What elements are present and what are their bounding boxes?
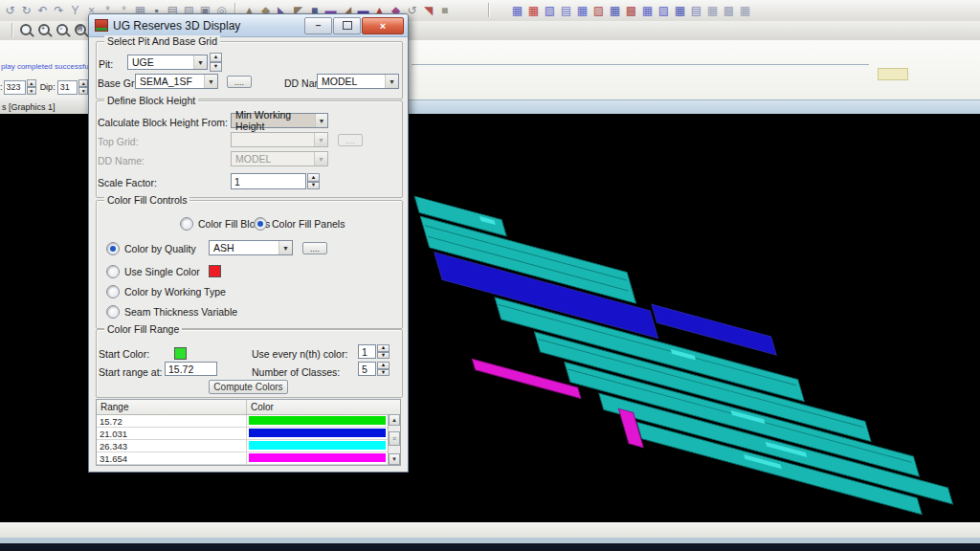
nth-color-spinner[interactable]: ▲▼ (377, 344, 390, 359)
start-color-swatch[interactable] (174, 347, 187, 360)
range-cell: 26.343 (97, 440, 247, 452)
radio-circle[interactable] (106, 285, 120, 298)
close-button[interactable]: × (362, 17, 404, 34)
rotate-cw-icon[interactable]: ↻ (18, 3, 34, 18)
branch-tool-icon[interactable]: Y (67, 3, 83, 18)
ug-reserves-dialog: UG Reserves 3D Display – × Select Pit An… (88, 13, 409, 473)
calc-height-combo[interactable]: Min Working Height▼ (231, 113, 328, 128)
radio-color-by-quality[interactable]: Color by Quality (106, 242, 196, 255)
chevron-down-icon[interactable]: ▼ (315, 114, 327, 127)
grid-3d-icon[interactable]: ▦ (509, 3, 525, 18)
grid-red-corner-icon[interactable]: ▩ (623, 3, 639, 18)
orbit-right-icon[interactable]: ↷ (51, 3, 67, 18)
scale-factor-input[interactable]: 1 (231, 173, 306, 189)
dialog-title: UG Reserves 3D Display (113, 19, 240, 33)
dd-name-combo[interactable]: MODEL▼ (317, 74, 399, 89)
number-of-classes-input[interactable]: 5 (358, 362, 376, 376)
grid-blue-solid-icon[interactable]: ▦ (607, 3, 623, 18)
minimize-button[interactable]: – (304, 17, 332, 34)
dip-input[interactable]: 31 (57, 80, 78, 95)
radio-seam-thickness-variable[interactable]: Seam Thickness Variable (106, 305, 237, 319)
zoom-window-icon[interactable]: ▫ (54, 23, 71, 38)
scroll-up-icon[interactable]: ▲ (389, 414, 400, 426)
table-row[interactable]: 31.654 (97, 452, 400, 465)
grid-edit-pencil-icon[interactable]: ▧ (542, 3, 558, 18)
radio-circle[interactable] (106, 242, 120, 255)
single-color-swatch[interactable] (209, 265, 221, 277)
grid-red-fill-icon[interactable]: ▦ (525, 3, 542, 18)
calc-height-label: Calculate Block Height From: (98, 117, 228, 128)
command-line-divider (412, 64, 869, 65)
base-grid-browse-button[interactable]: .... (227, 76, 252, 88)
rotation-label: : (0, 82, 3, 92)
table-row[interactable]: 36.965 (97, 465, 400, 466)
number-of-classes-spinner[interactable]: ▲▼ (377, 362, 390, 376)
compute-colors-button[interactable]: Compute Colors (209, 380, 288, 394)
radio-label: Seam Thickness Variable (124, 306, 237, 318)
range-cell: 21.031 (97, 428, 247, 439)
dd-name-2-combo: MODEL▼ (231, 151, 328, 166)
table-header: Range Color (97, 400, 400, 415)
radio-circle[interactable] (254, 217, 267, 231)
rotation-input[interactable]: 323 (4, 80, 26, 95)
grid-tools-group: ▦▦▧▤▦▨▦▩▦▨▦▤▦▩▦ (509, 1, 753, 20)
table-row[interactable]: 15.72 (97, 415, 400, 428)
grid-move-icon[interactable]: ▦ (672, 3, 688, 18)
command-highlight-button[interactable] (878, 68, 908, 80)
grid-flatten-icon[interactable]: ▤ (688, 3, 704, 18)
marker-red-icon[interactable]: ◥ (420, 3, 436, 18)
pit-spinner[interactable]: ▲▼ (210, 53, 222, 72)
grid-cross-icon[interactable]: ▨ (656, 3, 672, 18)
grid-mark-red-icon[interactable]: ▨ (590, 3, 607, 18)
radio-circle[interactable] (106, 305, 120, 319)
status-bar (0, 522, 980, 539)
zoom-in-icon[interactable]: + (35, 23, 53, 38)
bucket-icon[interactable]: ■ (436, 3, 453, 18)
color-bar (249, 416, 386, 425)
rotation-spinner[interactable]: ▲▼ (27, 79, 36, 95)
maximize-button[interactable] (333, 17, 361, 34)
grid-rotate-icon[interactable]: ▦ (574, 3, 590, 18)
radio-use-single-color[interactable]: Use Single Color (106, 265, 200, 278)
range-table-body: 15.7221.03126.34331.65436.965 (97, 415, 400, 466)
top-grid-label: Top Grid: (98, 136, 139, 147)
chevron-down-icon[interactable]: ▼ (193, 55, 207, 69)
table-row[interactable]: 26.343 (97, 440, 400, 452)
dialog-titlebar[interactable]: UG Reserves 3D Display – × (89, 14, 408, 37)
group-title: Select Pit And Base Grid (104, 35, 220, 47)
nth-color-input[interactable]: 1 (358, 344, 376, 359)
zoom-extents-icon[interactable] (17, 23, 34, 38)
chevron-down-icon[interactable]: ▼ (278, 241, 292, 254)
grid-window-icon[interactable]: ▦ (639, 3, 656, 18)
scale-factor-label: Scale Factor: (98, 177, 157, 188)
orbit-left-icon[interactable]: ↶ (34, 3, 51, 18)
zoom-page-icon[interactable]: ▤ (72, 23, 89, 38)
radio-circle[interactable] (180, 217, 193, 231)
quality-combo[interactable]: ASH▼ (209, 240, 293, 255)
pit-combo[interactable]: UGE▼ (127, 55, 208, 70)
dip-spinner[interactable]: ▲▼ (78, 79, 88, 95)
radio-color-by-working-type[interactable]: Color by Working Type (106, 285, 226, 298)
view-angle-controls: : 323 ▲▼ Dip: 31 ▲▼ (0, 76, 88, 99)
grid-layers-icon[interactable]: ▤ (558, 3, 574, 18)
grid-pale-2-icon[interactable]: ▩ (721, 3, 737, 18)
grid-pale-1-icon[interactable]: ▦ (704, 3, 721, 18)
start-range-input[interactable]: 15.72 (165, 362, 217, 376)
radio-color-fill-panels[interactable]: Color Fill Panels (254, 217, 345, 231)
chevron-down-icon[interactable]: ▼ (204, 75, 217, 88)
scale-factor-spinner[interactable]: ▲▼ (307, 173, 320, 189)
quality-browse-button[interactable]: .... (302, 242, 327, 254)
range-cell: 15.72 (97, 415, 247, 427)
chevron-down-icon: ▼ (314, 152, 327, 165)
chevron-down-icon[interactable]: ▼ (385, 75, 398, 88)
rotate-ccw-icon[interactable]: ↺ (2, 3, 18, 18)
scrollbar-thumb[interactable]: ≡ (389, 431, 400, 446)
start-range-label: Start range at: (99, 366, 163, 378)
grid-pale-3-icon[interactable]: ▦ (737, 3, 753, 18)
range-cell: 31.654 (97, 452, 247, 464)
scroll-down-icon[interactable]: ▼ (389, 453, 400, 465)
table-row[interactable]: 21.031 (97, 428, 400, 440)
base-grid-combo[interactable]: SEMA_1SF▼ (135, 74, 218, 89)
radio-circle[interactable] (106, 265, 120, 278)
table-scrollbar[interactable]: ▲ ≡ ▼ (388, 414, 400, 465)
